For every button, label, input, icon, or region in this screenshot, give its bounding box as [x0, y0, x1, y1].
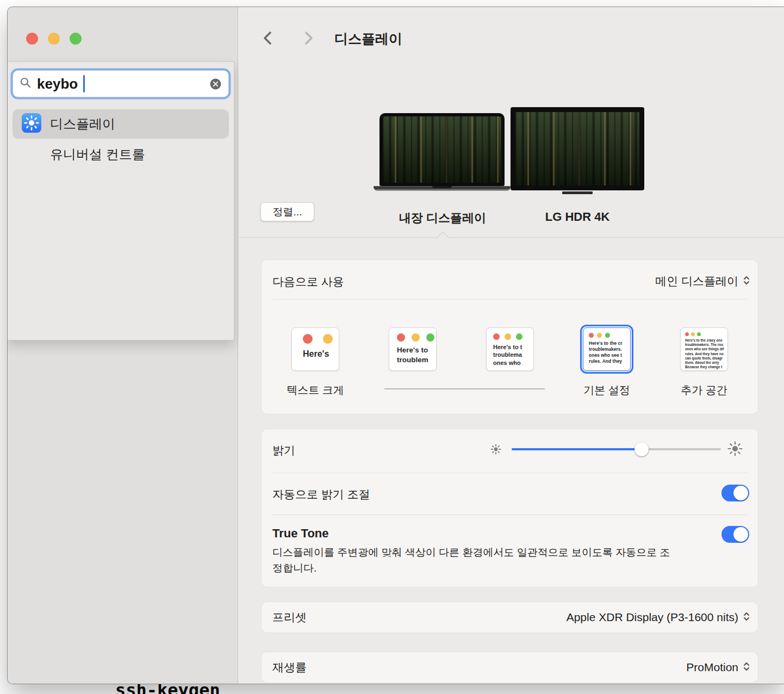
scaling-option-3[interactable]: Here's to t troublema ones who [486, 327, 534, 371]
scaling-preview-text: Here's [292, 344, 339, 360]
search-result-display[interactable]: 디스플레이 [13, 109, 229, 139]
chevron-up-down-icon [743, 661, 750, 674]
minimize-button[interactable] [48, 33, 60, 45]
wallpaper-image [515, 112, 639, 185]
preset-select[interactable]: Apple XDR Display (P3-1600 nits) [567, 611, 750, 624]
scaling-option-larger-text[interactable]: Here's [291, 327, 339, 371]
true-tone-description: 디스플레이를 주변광에 맞춰 색상이 다른 환경에서도 일관적으로 보이도록 자… [272, 544, 677, 577]
mini-window-traffic-lights [681, 328, 727, 336]
display-settings-icon [22, 113, 41, 135]
true-tone-toggle[interactable] [721, 526, 749, 543]
scaling-preview-text: Here's to the crazy one troublemakers. T… [681, 336, 727, 369]
search-icon [20, 77, 32, 91]
refresh-rate-card: 재생률 ProMotion [262, 652, 758, 683]
forward-button[interactable] [298, 29, 317, 47]
refresh-rate-select[interactable]: ProMotion [686, 661, 750, 674]
macbook-screen [379, 113, 505, 186]
monitor-stand [562, 191, 593, 194]
preset-label: 프리셋 [272, 610, 307, 625]
mini-window-traffic-lights [487, 328, 533, 340]
search-input-value: keybo [37, 76, 78, 92]
page-title: 디스플레이 [334, 30, 402, 48]
scaling-card: 다음으로 사용 메인 디스플레이 Here's Here's to troubl… [262, 260, 758, 414]
auto-brightness-label: 자동으로 밝기 조절 [272, 487, 370, 502]
scaling-preview-text: Here's to t troublema ones who [487, 340, 533, 367]
brightness-label: 밝기 [272, 443, 295, 458]
search-results-panel: keybo 디스플레이 유니버설 컨트롤 [8, 61, 234, 340]
builtin-display-label: 내장 디스플레이 [399, 210, 486, 226]
search-input[interactable]: keybo [13, 70, 229, 97]
system-settings-window: keybo 디스플레이 유니버설 컨트롤 디스플레이 [7, 7, 784, 684]
sidebar: keybo 디스플레이 유니버설 컨트롤 [8, 7, 238, 684]
selected-display-pointer [436, 231, 449, 244]
text-caret [83, 75, 85, 92]
scaling-track-line [384, 388, 545, 389]
scaling-preview-text: Here's to troublem [389, 342, 436, 364]
close-button[interactable] [26, 33, 38, 45]
brightness-slider[interactable] [512, 448, 721, 450]
scaling-preview-text: Here's to the cr troublemakers. ones who… [583, 338, 630, 364]
use-as-select[interactable]: 메인 디스플레이 [655, 274, 750, 289]
back-button[interactable] [259, 29, 278, 47]
search-result-label: 디스플레이 [50, 115, 115, 133]
zoom-button[interactable] [70, 33, 82, 45]
mini-window-traffic-lights [389, 328, 436, 342]
chevron-up-down-icon [743, 611, 750, 624]
builtin-display-thumbnail[interactable] [379, 113, 505, 191]
scaling-label-more-space: 추가 공간 [681, 383, 727, 398]
scaling-label-larger-text: 텍스트 크게 [287, 383, 344, 398]
brightness-slider-knob[interactable] [634, 442, 649, 456]
refresh-rate-label: 재생률 [272, 660, 307, 675]
auto-brightness-toggle[interactable] [721, 485, 749, 501]
wallpaper-image [383, 116, 501, 183]
true-tone-label: True Tone [272, 526, 329, 541]
brightness-card: 밝기 자동으로 밝기 조절 True Tone 디스플레이를 주변광에 맞춰 색… [262, 429, 758, 587]
search-result-universal-control[interactable]: 유니버설 컨트롤 [50, 144, 145, 165]
section-divider [239, 237, 784, 238]
preset-value: Apple XDR Display (P3-1600 nits) [567, 611, 738, 624]
mini-window-traffic-lights [292, 328, 339, 344]
scaling-option-more-space[interactable]: Here's to the crazy one troublemakers. T… [680, 327, 728, 371]
monitor-frame [511, 107, 644, 190]
arrange-button[interactable]: 정렬... [260, 202, 314, 221]
brightness-slider-fill [512, 448, 642, 450]
use-as-value: 메인 디스플레이 [655, 274, 738, 289]
use-as-label: 다음으로 사용 [272, 274, 344, 289]
scaling-option-default[interactable]: Here's to the cr troublemakers. ones who… [583, 327, 631, 371]
scaling-option-2[interactable]: Here's to troublem [389, 327, 437, 371]
divider [272, 473, 747, 473]
screen: { "header": { "title": "디스플레이" }, "sideb… [0, 0, 784, 694]
scaling-label-default: 기본 설정 [583, 383, 630, 398]
preset-card: 프리셋 Apple XDR Display (P3-1600 nits) [262, 602, 758, 633]
clear-search-button[interactable] [209, 78, 222, 90]
macbook-base [374, 186, 511, 191]
external-display-thumbnail[interactable] [511, 107, 644, 194]
divider [272, 515, 747, 515]
refresh-rate-value: ProMotion [686, 661, 738, 674]
main-content: 디스플레이 내장 디스플레이 LG HDR 4K 정렬... 다음으로 사용 메… [239, 7, 784, 684]
brightness-high-icon [727, 441, 743, 457]
chevron-up-down-icon [743, 275, 750, 288]
brightness-low-icon [490, 443, 502, 455]
divider [272, 299, 747, 300]
external-display-label: LG HDR 4K [545, 210, 610, 224]
mini-window-traffic-lights [583, 328, 630, 338]
search-result-label: 유니버설 컨트롤 [50, 146, 145, 163]
